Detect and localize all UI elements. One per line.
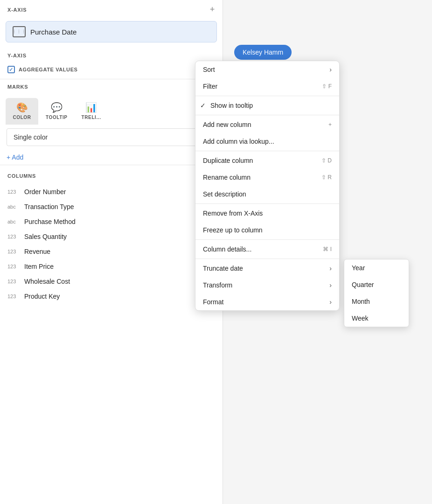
menu-item-sort[interactable]: Sort › bbox=[195, 61, 339, 78]
col-type: abc bbox=[7, 219, 20, 224]
marks-tabs: 🎨 COLOR 💬 TOOLTIP 📊 TRELI... bbox=[0, 94, 223, 125]
rename-shortcut: ⇧ R bbox=[321, 174, 332, 181]
submenu-item-month[interactable]: Month bbox=[344, 293, 409, 310]
aggregate-checkbox[interactable]: ✓ bbox=[7, 66, 15, 73]
menu-item-add-column[interactable]: Add new column + bbox=[195, 116, 339, 133]
list-item[interactable]: 123 Wholesale Cost bbox=[0, 274, 223, 289]
col-type: 123 bbox=[7, 234, 20, 239]
add-label: + Add bbox=[7, 154, 23, 161]
xaxis-field[interactable]: Purchase Date bbox=[6, 21, 217, 42]
col-type: abc bbox=[7, 204, 20, 210]
kelsey-hamm-label: Kelsey Hamm bbox=[243, 49, 283, 56]
color-tab-icon: 🎨 bbox=[16, 102, 28, 113]
details-shortcut: ⌘ I bbox=[323, 246, 332, 252]
menu-filter-label: Filter bbox=[203, 83, 217, 90]
submenu-item-week[interactable]: Week bbox=[344, 310, 409, 327]
trellis-tab-icon: 📊 bbox=[85, 102, 97, 113]
menu-item-freeze[interactable]: Freeze up to column bbox=[195, 222, 339, 238]
columns-section: COLUMNS ⌕ 123 Order Number abc Transacti… bbox=[0, 165, 223, 304]
menu-transform-label: Transform bbox=[203, 281, 232, 289]
menu-item-show-tooltip[interactable]: ✓ Show in tooltip bbox=[195, 97, 339, 114]
submenu-week-label: Week bbox=[352, 315, 369, 322]
tooltip-tab-icon: 💬 bbox=[51, 102, 63, 113]
divider-1 bbox=[195, 96, 339, 96]
col-name: Item Price bbox=[24, 263, 54, 270]
sort-arrow-icon: › bbox=[329, 66, 332, 73]
divider-6 bbox=[195, 259, 339, 259]
col-name: Revenue bbox=[24, 248, 50, 255]
tab-trellis[interactable]: 📊 TRELI... bbox=[75, 98, 108, 125]
menu-item-transform[interactable]: Transform › bbox=[195, 277, 339, 294]
menu-format-label: Format bbox=[203, 298, 223, 306]
transform-arrow-icon: › bbox=[329, 281, 332, 289]
menu-add-lookup-label: Add column via lookup... bbox=[203, 138, 274, 145]
columns-title: COLUMNS bbox=[7, 173, 36, 179]
yaxis-header: Y-AXIS bbox=[0, 48, 223, 63]
context-menu: Sort › Filter ⇧ F ✓ Show in tooltip Add … bbox=[195, 61, 340, 311]
list-item[interactable]: abc Transaction Type bbox=[0, 199, 223, 214]
menu-description-label: Set description bbox=[203, 190, 246, 198]
menu-truncate-label: Truncate date bbox=[203, 265, 243, 272]
calendar-icon bbox=[13, 26, 26, 37]
color-picker-row[interactable]: Single color bbox=[7, 128, 216, 146]
list-item[interactable]: 123 Order Number bbox=[0, 184, 223, 199]
submenu-item-year[interactable]: Year bbox=[344, 259, 409, 276]
col-type: 123 bbox=[7, 294, 20, 299]
menu-item-format[interactable]: Format › bbox=[195, 294, 339, 310]
divider-2 bbox=[195, 115, 339, 115]
col-name: Product Key bbox=[24, 293, 60, 300]
aggregate-row[interactable]: ✓ AGGREGATE VALUES bbox=[0, 63, 223, 79]
menu-item-add-lookup[interactable]: Add column via lookup... bbox=[195, 133, 339, 150]
add-row[interactable]: + Add bbox=[0, 150, 223, 165]
menu-item-filter[interactable]: Filter ⇧ F bbox=[195, 78, 339, 95]
menu-show-tooltip-label: Show in tooltip bbox=[210, 102, 253, 109]
truncate-arrow-icon: › bbox=[329, 265, 332, 272]
list-item[interactable]: 123 Item Price bbox=[0, 259, 223, 274]
divider-3 bbox=[195, 151, 339, 151]
yaxis-label: Y-AXIS bbox=[7, 53, 27, 58]
marks-header: MARKS bbox=[0, 79, 223, 94]
menu-item-remove-xaxis[interactable]: Remove from X-Axis bbox=[195, 205, 339, 222]
list-item[interactable]: abc Purchase Method bbox=[0, 214, 223, 229]
tab-tooltip[interactable]: 💬 TOOLTIP bbox=[40, 98, 73, 125]
kelsey-hamm-button[interactable]: Kelsey Hamm bbox=[234, 45, 292, 60]
col-name: Purchase Method bbox=[24, 218, 76, 225]
xaxis-add-icon[interactable]: + bbox=[210, 5, 215, 14]
menu-add-column-label: Add new column bbox=[203, 121, 251, 128]
col-type: 123 bbox=[7, 249, 20, 254]
format-arrow-icon: › bbox=[329, 298, 332, 306]
submenu-month-label: Month bbox=[352, 298, 370, 305]
submenu-item-quarter[interactable]: Quarter bbox=[344, 276, 409, 293]
menu-rename-label: Rename column bbox=[203, 174, 251, 181]
aggregate-label: AGGREGATE VALUES bbox=[19, 67, 78, 72]
list-item[interactable]: 123 Revenue bbox=[0, 244, 223, 259]
tab-color[interactable]: 🎨 COLOR bbox=[6, 98, 38, 125]
col-name: Wholesale Cost bbox=[24, 278, 70, 285]
col-name: Transaction Type bbox=[24, 203, 74, 210]
xaxis-label: X-AXIS bbox=[7, 7, 27, 13]
duplicate-shortcut: ⇧ D bbox=[321, 157, 332, 164]
menu-duplicate-label: Duplicate column bbox=[203, 157, 253, 164]
col-type: 123 bbox=[7, 264, 20, 269]
submenu-year-label: Year bbox=[352, 264, 365, 272]
menu-item-truncate-date[interactable]: Truncate date › Year Quarter Month Week bbox=[195, 260, 339, 277]
trellis-tab-label: TRELI... bbox=[82, 115, 101, 120]
menu-item-rename[interactable]: Rename column ⇧ R bbox=[195, 169, 339, 186]
marks-label: MARKS bbox=[7, 84, 28, 90]
xaxis-header: X-AXIS + bbox=[0, 0, 223, 19]
menu-item-details[interactable]: Column details... ⌘ I bbox=[195, 241, 339, 258]
tooltip-tab-label: TOOLTIP bbox=[46, 115, 68, 120]
col-type: 123 bbox=[7, 279, 20, 284]
divider-4 bbox=[195, 203, 339, 204]
menu-sort-label: Sort bbox=[203, 66, 215, 73]
left-panel: X-AXIS + Purchase Date Y-AXIS ✓ AGGREGAT… bbox=[0, 0, 223, 504]
menu-item-duplicate[interactable]: Duplicate column ⇧ D bbox=[195, 152, 339, 169]
menu-details-label: Column details... bbox=[203, 245, 251, 253]
menu-item-description[interactable]: Set description bbox=[195, 186, 339, 203]
color-tab-label: COLOR bbox=[13, 115, 31, 120]
list-item[interactable]: 123 Sales Quantity bbox=[0, 229, 223, 244]
menu-freeze-label: Freeze up to column bbox=[203, 226, 263, 234]
list-item[interactable]: 123 Product Key bbox=[0, 289, 223, 304]
filter-shortcut: ⇧ F bbox=[322, 83, 332, 90]
xaxis-field-name: Purchase Date bbox=[30, 28, 77, 36]
